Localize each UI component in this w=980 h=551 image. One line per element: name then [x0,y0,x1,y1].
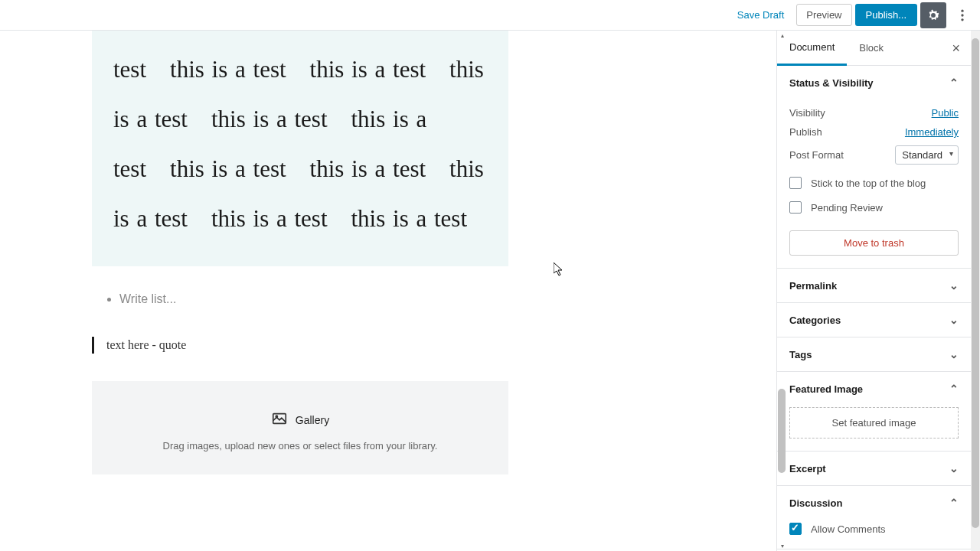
window-scrollbar[interactable] [971,31,980,551]
panel-header-discussion[interactable]: Discussion ⌃ [777,486,971,520]
panel-permalink: Permalink ⌄ [777,269,971,303]
move-to-trash-button[interactable]: Move to trash [789,230,959,256]
checkbox-icon [789,177,802,189]
chevron-up-icon: ⌃ [949,497,959,509]
panel-categories: Categories ⌄ [777,303,971,337]
list-block[interactable]: Write list... [104,292,508,306]
gallery-block[interactable]: Gallery Drag images, upload new ones or … [92,381,508,474]
panel-title-discussion: Discussion [789,497,842,509]
gallery-title: Gallery [296,414,329,426]
tab-document[interactable]: Document [777,31,847,66]
scroll-down-arrow-icon[interactable]: ▾ [781,543,784,549]
panel-title-featured: Featured Image [789,383,863,395]
panel-tags: Tags ⌄ [777,337,971,372]
svg-point-0 [961,9,963,11]
svg-point-4 [276,416,277,418]
save-draft-button[interactable]: Save Draft [728,3,793,27]
close-sidebar-button[interactable]: × [941,34,971,63]
allow-comments-checkbox[interactable]: Allow Comments [789,523,959,535]
panel-excerpt: Excerpt ⌄ [777,452,971,486]
publish-button[interactable]: Publish... [855,4,917,26]
gallery-icon [271,410,288,429]
allow-comments-label: Allow Comments [811,523,886,535]
set-featured-image-button[interactable]: Set featured image [789,407,959,439]
paragraph-block[interactable]: test this is a test this is a test this … [92,31,508,266]
editor-topbar: Save Draft Preview Publish... [0,0,980,31]
panel-discussion: Discussion ⌃ Allow Comments [777,486,971,549]
checkbox-icon [789,201,802,214]
scrollbar-thumb[interactable] [972,38,979,528]
chevron-down-icon: ⌄ [949,279,959,292]
panel-header-tags[interactable]: Tags ⌄ [777,337,971,371]
checkbox-checked-icon [789,523,802,535]
chevron-down-icon: ⌄ [949,462,959,474]
settings-icon[interactable] [920,2,946,28]
chevron-up-icon: ⌃ [949,77,959,89]
svg-point-2 [961,18,963,21]
visibility-label: Visibility [789,107,825,119]
canvas-scrollbar[interactable]: ▴ ▾ [776,31,786,551]
panel-featured-image: Featured Image ⌃ Set featured image [777,372,971,452]
list-item-placeholder[interactable]: Write list... [119,292,508,306]
chevron-up-icon: ⌃ [949,383,959,395]
panel-title-permalink: Permalink [789,280,837,292]
more-menu-icon[interactable] [949,2,975,28]
post-format-select[interactable]: Standard [895,145,959,165]
panel-title-status: Status & Visibility [789,77,874,89]
visibility-value[interactable]: Public [932,107,959,119]
panel-header-status[interactable]: Status & Visibility ⌃ [777,66,971,99]
panel-title-excerpt: Excerpt [789,463,826,474]
panel-header-excerpt[interactable]: Excerpt ⌄ [777,452,971,485]
settings-sidebar: Document Block × Status & Visibility ⌃ V… [776,31,971,551]
stick-checkbox[interactable]: Stick to the top of the blog [789,177,959,189]
publish-value[interactable]: Immediately [905,126,959,138]
svg-point-1 [961,14,963,16]
scrollbar-thumb[interactable] [778,389,786,473]
sidebar-tabs: Document Block × [777,31,971,66]
panel-title-categories: Categories [789,315,841,326]
post-format-label: Post Format [789,149,844,161]
chevron-down-icon: ⌄ [949,314,959,326]
preview-button[interactable]: Preview [796,4,851,26]
panel-header-permalink[interactable]: Permalink ⌄ [777,269,971,302]
pending-review-checkbox[interactable]: Pending Review [789,201,959,214]
panel-header-featured[interactable]: Featured Image ⌃ [777,372,971,406]
scroll-up-arrow-icon[interactable]: ▴ [781,32,784,39]
panel-header-categories[interactable]: Categories ⌄ [777,303,971,337]
stick-label: Stick to the top of the blog [811,178,926,189]
chevron-down-icon: ⌄ [949,348,959,360]
publish-label: Publish [789,126,822,138]
panel-status-visibility: Status & Visibility ⌃ Visibility Public … [777,66,971,269]
editor-canvas[interactable]: test this is a test this is a test this … [0,31,776,551]
tab-block[interactable]: Block [847,31,896,64]
pending-label: Pending Review [811,202,883,214]
panel-title-tags: Tags [789,349,812,360]
gallery-subtitle: Drag images, upload new ones or select f… [107,440,493,452]
quote-block[interactable]: text here - quote [92,337,508,354]
